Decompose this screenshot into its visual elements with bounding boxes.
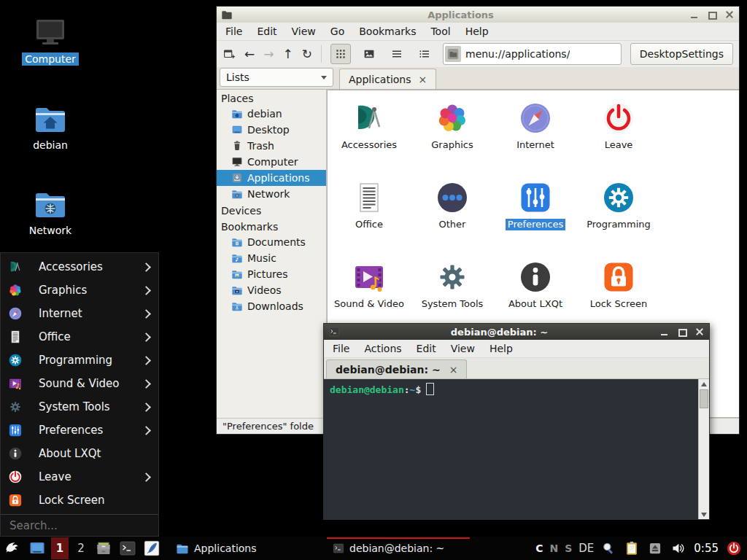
computer-icon <box>33 15 68 50</box>
path-bar[interactable]: menu://applications/ <box>443 43 622 65</box>
terminal-close-button[interactable] <box>694 327 705 337</box>
terminal-scrollbar[interactable] <box>698 379 709 519</box>
up-button[interactable]: ↑ <box>283 48 293 61</box>
desktop-icon-home[interactable]: debian <box>15 101 85 152</box>
app-category-system-tools[interactable]: System Tools <box>411 252 494 332</box>
tab-applications[interactable]: Applications × <box>339 69 436 89</box>
sidebar-item-downloads[interactable]: Downloads <box>217 298 326 314</box>
icon-view-button[interactable] <box>330 44 351 64</box>
app-category-graphics[interactable]: Graphics <box>411 93 494 173</box>
menu-item-lock-screen[interactable]: Lock Screen <box>1 489 158 512</box>
detailed-list-view-button[interactable] <box>387 44 406 63</box>
fm-menu-view[interactable]: View <box>292 26 316 37</box>
app-category-sound-video[interactable]: Sound & Video <box>328 252 411 332</box>
app-category-leave[interactable]: Leave <box>577 93 660 173</box>
volume-button[interactable] <box>670 538 687 559</box>
screenshot-tool-button[interactable] <box>600 538 616 559</box>
app-category-about-lxqt[interactable]: About LXQt <box>494 252 577 332</box>
taskbar-task-applications[interactable]: Applications <box>170 537 313 559</box>
featherpad-launcher[interactable] <box>142 538 162 559</box>
fm-titlebar[interactable]: Applications <box>217 7 739 23</box>
sidebar-item-applications[interactable]: Applications <box>217 170 326 186</box>
menu-item-accessories[interactable]: Accessories <box>1 255 158 279</box>
fm-maximize-button[interactable] <box>706 10 717 20</box>
terminal-launcher[interactable] <box>117 538 138 559</box>
tab-close-icon[interactable]: × <box>419 74 427 85</box>
menu-item-programming[interactable]: Programming <box>1 349 158 372</box>
terminal-minimize-button[interactable] <box>659 327 670 337</box>
sidebar-item-desktop[interactable]: Desktop <box>217 122 326 138</box>
sidebar-item-documents[interactable]: Documents <box>217 234 326 250</box>
scrollbar-thumb[interactable] <box>700 389 708 408</box>
reload-button[interactable]: ↻ <box>302 48 312 61</box>
menu-item-about-lxqt[interactable]: About LXQt <box>1 442 158 465</box>
programming-icon <box>8 353 23 368</box>
terminal-menubar: File Actions Edit View Help <box>324 340 709 358</box>
fm-menu-edit[interactable]: Edit <box>257 26 276 37</box>
terminal-screen[interactable]: debian@debian:~$ <box>324 379 709 519</box>
desktop-icon-computer[interactable]: Computer <box>15 15 85 66</box>
sidebar-item-pictures[interactable]: Pictures <box>217 266 326 282</box>
terminal-menu-actions[interactable]: Actions <box>364 343 401 354</box>
menu-item-graphics[interactable]: Graphics <box>1 279 158 302</box>
fm-menu-help[interactable]: Help <box>465 26 489 37</box>
taskbar-task-terminal[interactable]: debian@debian: ~ <box>327 537 470 559</box>
menu-item-internet[interactable]: Internet <box>1 302 158 325</box>
desktop-icon-network[interactable]: Network <box>15 186 85 237</box>
sidebar-item-music[interactable]: Music <box>217 250 326 266</box>
scroll-up-icon[interactable] <box>699 379 709 389</box>
fm-window-icon <box>221 9 233 20</box>
sidebar-item-trash[interactable]: Trash <box>217 138 326 154</box>
clipboard-button[interactable] <box>623 538 640 559</box>
app-category-programming[interactable]: Programming <box>577 173 660 252</box>
app-category-lock-screen[interactable]: Lock Screen <box>577 252 660 332</box>
clock[interactable]: 0:55 <box>694 542 719 555</box>
app-category-office[interactable]: Office <box>328 173 411 252</box>
menu-item-preferences[interactable]: Preferences <box>1 419 158 442</box>
side-pane-mode-combo[interactable]: Lists <box>220 68 333 87</box>
forward-button[interactable]: → <box>263 48 274 61</box>
fm-menu-go[interactable]: Go <box>330 26 344 37</box>
scroll-down-icon[interactable] <box>699 510 709 519</box>
menu-search-input[interactable] <box>8 518 151 533</box>
sidebar-item-videos[interactable]: Videos <box>217 282 326 298</box>
menu-item-sound-video[interactable]: Sound & Video <box>1 372 158 395</box>
sidebar-item-debian[interactable]: debian <box>217 106 326 122</box>
menu-item-system-tools[interactable]: System Tools <box>1 395 158 419</box>
fm-menu-tool[interactable]: Tool <box>430 26 450 37</box>
leave-button[interactable] <box>725 538 743 559</box>
menu-item-leave[interactable]: Leave <box>1 465 158 489</box>
thumbnail-view-button[interactable] <box>360 44 379 63</box>
terminal-menu-file[interactable]: File <box>333 343 349 354</box>
app-category-other[interactable]: Other <box>411 173 494 252</box>
fm-menu-file[interactable]: File <box>225 26 242 37</box>
terminal-tab-close-icon[interactable]: × <box>449 365 458 375</box>
terminal-tab[interactable]: debian@debian: ~ × <box>326 359 467 378</box>
back-button[interactable]: ← <box>244 48 255 61</box>
fm-close-button[interactable] <box>724 10 735 20</box>
show-desktop-button[interactable] <box>27 538 47 559</box>
compact-view-button[interactable] <box>415 44 434 63</box>
new-tab-icon[interactable] <box>222 47 236 61</box>
terminal-menu-help[interactable]: Help <box>489 343 513 354</box>
workspace-2-button[interactable]: 2 <box>72 537 90 559</box>
path-text[interactable]: menu://applications/ <box>465 48 570 60</box>
sidebar-item-computer[interactable]: Computer <box>217 154 326 170</box>
desktop-settings-button[interactable]: DesktopSettings <box>630 43 733 65</box>
workspace-1-button[interactable]: 1 <box>51 537 69 559</box>
fm-minimize-button[interactable] <box>689 10 700 20</box>
start-menu-button[interactable] <box>3 538 23 559</box>
app-category-preferences[interactable]: Preferences <box>494 173 577 252</box>
sidebar-item-network[interactable]: Network <box>217 186 326 202</box>
terminal-menu-view[interactable]: View <box>451 343 475 354</box>
file-manager-launcher[interactable] <box>93 538 114 559</box>
terminal-menu-edit[interactable]: Edit <box>417 343 436 354</box>
app-category-accessories[interactable]: Accessories <box>328 93 411 173</box>
app-category-internet[interactable]: Internet <box>494 93 577 173</box>
keyboard-layout-indicator[interactable]: DE <box>578 542 594 555</box>
removable-media-button[interactable] <box>647 538 663 559</box>
terminal-maximize-button[interactable] <box>676 327 687 337</box>
terminal-titlebar[interactable]: debian@debian: ~ <box>324 324 709 340</box>
fm-menu-bookmarks[interactable]: Bookmarks <box>359 26 416 37</box>
menu-item-office[interactable]: Office <box>1 325 158 349</box>
